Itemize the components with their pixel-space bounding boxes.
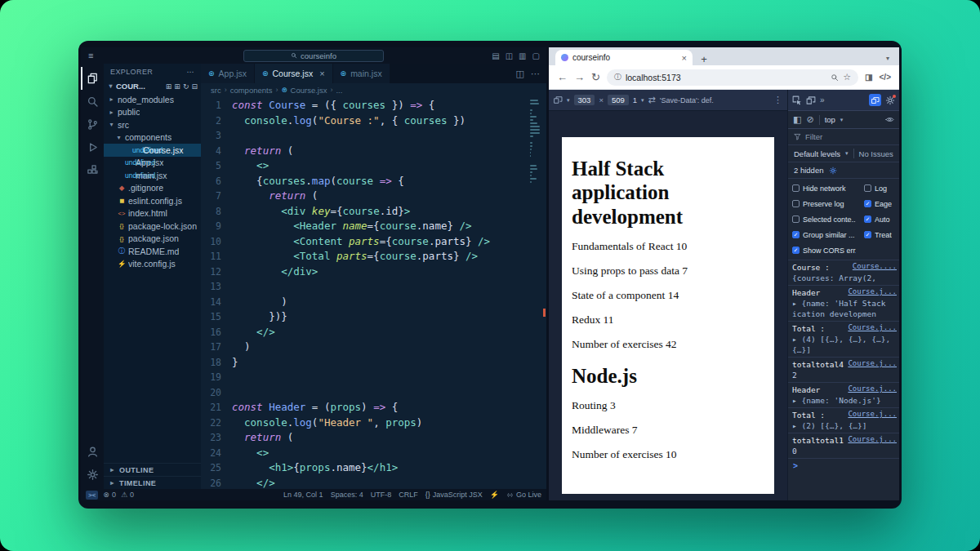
checkbox[interactable]: [792, 216, 800, 223]
breadcrumb-item[interactable]: ...: [336, 86, 342, 95]
tree-item[interactable]: ▸node_modules: [104, 93, 201, 106]
checkbox[interactable]: ✓: [792, 247, 800, 254]
tree-item[interactable]: undefinedmain.jsx: [104, 169, 201, 182]
breadcrumb-item[interactable]: components: [230, 86, 273, 95]
explorer-more-icon[interactable]: ⋯: [187, 68, 194, 76]
remote-indicator[interactable]: ><: [86, 491, 98, 500]
new-tab-button[interactable]: +: [697, 53, 710, 65]
tree-item[interactable]: ◆.gitignore: [104, 182, 201, 195]
tree-item[interactable]: <>index.html: [104, 207, 201, 220]
device-mode-active-icon[interactable]: [869, 94, 881, 106]
device-more-icon[interactable]: ⋮: [773, 95, 782, 105]
source-link[interactable]: Course.j...: [848, 384, 897, 393]
tree-item[interactable]: ⓘREADME.md: [104, 245, 201, 258]
reload-icon[interactable]: ↻: [591, 71, 600, 83]
editor-tab[interactable]: ⊛Course.jsx×: [255, 64, 333, 83]
editor-tab[interactable]: ⊛main.jsx: [333, 64, 390, 83]
toggle-device-toolbar-icon[interactable]: [806, 96, 816, 105]
console-settings-icon[interactable]: [829, 167, 837, 175]
tree-item[interactable]: undefinedApp.jsx: [104, 157, 201, 170]
activity-run-debug-icon[interactable]: [81, 136, 104, 158]
activity-explorer-icon[interactable]: [81, 67, 104, 90]
tree-item[interactable]: ◼eslint.config.js: [104, 194, 201, 207]
close-tab-icon[interactable]: ×: [682, 53, 687, 63]
console-setting[interactable]: ✓Auto: [860, 211, 899, 227]
console-sidebar-icon[interactable]: ◧: [793, 114, 801, 125]
forward-icon[interactable]: →: [574, 71, 585, 83]
console-setting[interactable]: ✓Eage: [860, 196, 899, 211]
checkbox[interactable]: [792, 184, 800, 192]
side-panel-icon[interactable]: ◨: [865, 73, 872, 82]
checkbox[interactable]: [792, 200, 800, 207]
breadcrumb-item[interactable]: Course.jsx: [291, 86, 327, 95]
device-width-input[interactable]: 303: [574, 95, 595, 105]
split-editor-icon[interactable]: ◫: [516, 69, 524, 79]
activity-search-icon[interactable]: [81, 90, 104, 113]
checkbox[interactable]: ✓: [792, 231, 800, 238]
zoom-icon[interactable]: [831, 73, 839, 82]
clear-console-icon[interactable]: ⊘: [806, 114, 813, 125]
console-prompt[interactable]: >: [788, 459, 899, 473]
address-bar[interactable]: ⓘ localhost:5173 ☆: [607, 69, 858, 86]
device-type-icon[interactable]: [554, 96, 563, 104]
menu-icon[interactable]: ≡: [81, 51, 100, 60]
console-setting[interactable]: ✓Group similar ...: [788, 227, 860, 242]
minimap[interactable]: [528, 96, 541, 489]
console-setting[interactable]: ✓Treat: [860, 227, 899, 242]
console-filter[interactable]: Filter: [788, 129, 899, 145]
source-link[interactable]: Course.j...: [848, 287, 897, 295]
close-tab-icon[interactable]: ×: [319, 69, 324, 78]
console-setting[interactable]: Preserve log: [788, 196, 860, 211]
warnings-indicator[interactable]: ⚠ 0: [121, 491, 134, 499]
layout-panel-bottom-icon[interactable]: ◫: [506, 51, 513, 60]
console-setting[interactable]: Hide network: [788, 180, 860, 196]
status-item[interactable]: Go Live: [506, 491, 541, 499]
extension-code-icon[interactable]: </>: [880, 73, 891, 82]
tree-item[interactable]: ▾components: [104, 131, 201, 144]
execution-context-select[interactable]: top: [825, 115, 835, 124]
refresh-explorer-icon[interactable]: ↻: [183, 82, 189, 91]
customize-layout-icon[interactable]: ▢: [532, 51, 540, 60]
source-link[interactable]: Course.j...: [848, 323, 897, 331]
tree-item[interactable]: {}package-lock.json: [104, 220, 201, 233]
tree-item[interactable]: ▾src: [104, 118, 201, 131]
source-link[interactable]: Course....: [853, 262, 897, 270]
browser-tab[interactable]: courseinfo ×: [555, 50, 693, 65]
rotate-icon[interactable]: ⇄: [648, 95, 656, 105]
checkbox[interactable]: ✓: [864, 231, 871, 238]
new-folder-icon[interactable]: ⊞: [174, 82, 180, 91]
tree-item[interactable]: {}package.json: [104, 233, 201, 246]
hidden-count[interactable]: 2 hidden: [794, 166, 823, 175]
more-panels-icon[interactable]: »: [820, 96, 825, 104]
checkbox[interactable]: ✓: [864, 200, 871, 207]
status-item[interactable]: CRLF: [399, 491, 418, 499]
tree-item[interactable]: ▸public: [104, 106, 201, 119]
breadcrumb-item[interactable]: src: [211, 86, 221, 95]
zoom-select[interactable]: 1: [633, 96, 637, 104]
back-icon[interactable]: ←: [557, 71, 568, 83]
live-expression-icon[interactable]: [885, 115, 894, 124]
overview-ruler[interactable]: [541, 96, 546, 489]
console-setting[interactable]: Selected conte...: [788, 211, 860, 227]
tab-search-icon[interactable]: ▾: [886, 55, 893, 65]
issues-counter[interactable]: No Issues: [859, 149, 893, 158]
checkbox[interactable]: ✓: [864, 216, 871, 223]
status-item[interactable]: Spaces: 4: [331, 491, 363, 499]
site-info-icon[interactable]: ⓘ: [614, 72, 621, 82]
devtools-settings-icon[interactable]: [885, 96, 895, 105]
checkbox[interactable]: [864, 184, 871, 192]
status-item[interactable]: UTF-8: [371, 491, 392, 499]
activity-source-control-icon[interactable]: [81, 113, 104, 136]
outline-section[interactable]: ▸ OUTLINE: [104, 463, 201, 476]
source-link[interactable]: Course.j...: [848, 359, 897, 367]
bookmark-star-icon[interactable]: ☆: [843, 72, 851, 82]
inspect-icon[interactable]: [792, 96, 802, 105]
console-setting[interactable]: ✓Show CORS err...: [788, 242, 860, 258]
project-root[interactable]: ▾ COUR... ⊞ ⊞ ↻ ⊟: [104, 79, 201, 93]
source-link[interactable]: Course.j...: [848, 410, 897, 418]
command-center-search[interactable]: courseinfo: [243, 50, 384, 62]
timeline-section[interactable]: ▸ TIMELINE: [104, 476, 201, 489]
activity-extensions-icon[interactable]: [81, 158, 104, 181]
editor-tab[interactable]: ⊛App.jsx: [201, 64, 255, 83]
status-item[interactable]: Ln 49, Col 1: [283, 491, 323, 499]
